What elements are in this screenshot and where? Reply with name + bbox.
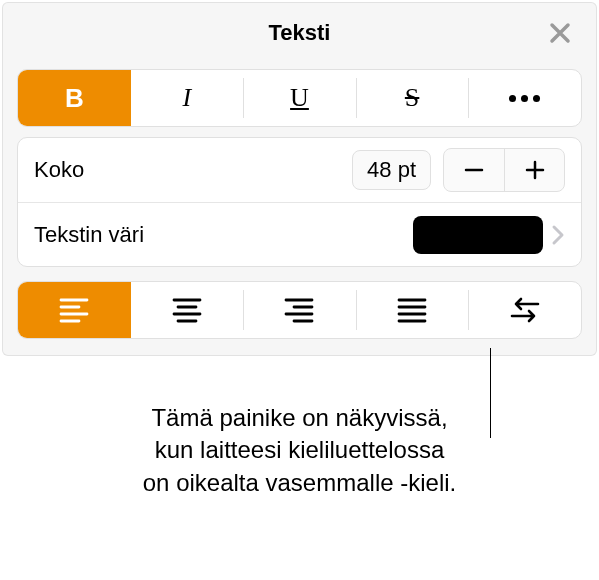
align-justify-icon	[397, 297, 427, 323]
align-justify-button[interactable]	[356, 282, 469, 338]
bold-button[interactable]: B	[18, 70, 131, 126]
color-label: Tekstin väri	[34, 222, 413, 248]
settings-rows: Koko 48 pt Tekstin väri	[17, 137, 582, 267]
align-center-button[interactable]	[131, 282, 244, 338]
align-right-icon	[284, 297, 314, 323]
panel-header: Teksti	[3, 3, 596, 63]
size-label: Koko	[34, 157, 352, 183]
text-style-segment: B I U S	[17, 69, 582, 127]
text-format-panel: Teksti B I U S Koko 48 pt	[2, 2, 597, 356]
alignment-segment	[17, 281, 582, 339]
align-center-icon	[172, 297, 202, 323]
align-right-button[interactable]	[243, 282, 356, 338]
bidi-arrows-icon	[508, 297, 542, 323]
panel-title: Teksti	[269, 20, 331, 46]
align-left-button[interactable]	[18, 282, 131, 338]
color-swatch	[413, 216, 543, 254]
callout-leader-line	[490, 348, 491, 438]
size-stepper	[443, 148, 565, 192]
italic-button[interactable]: I	[131, 70, 244, 126]
ellipsis-icon	[509, 95, 540, 102]
size-increase-button[interactable]	[504, 149, 564, 191]
align-left-icon	[59, 297, 89, 323]
size-value[interactable]: 48 pt	[352, 150, 431, 190]
callout: Tämä painike on näkyvissä, kun laitteesi…	[0, 402, 599, 499]
more-button[interactable]	[468, 70, 581, 126]
bidi-direction-button[interactable]	[468, 282, 581, 338]
callout-text: Tämä painike on näkyvissä, kun laitteesi…	[0, 402, 599, 499]
strikethrough-button[interactable]: S	[356, 70, 469, 126]
size-row: Koko 48 pt	[18, 138, 581, 202]
size-decrease-button[interactable]	[444, 149, 504, 191]
chevron-right-icon	[551, 224, 565, 246]
underline-button[interactable]: U	[243, 70, 356, 126]
plus-icon	[523, 158, 547, 182]
close-icon[interactable]	[544, 17, 576, 49]
color-row[interactable]: Tekstin väri	[18, 202, 581, 266]
minus-icon	[462, 158, 486, 182]
